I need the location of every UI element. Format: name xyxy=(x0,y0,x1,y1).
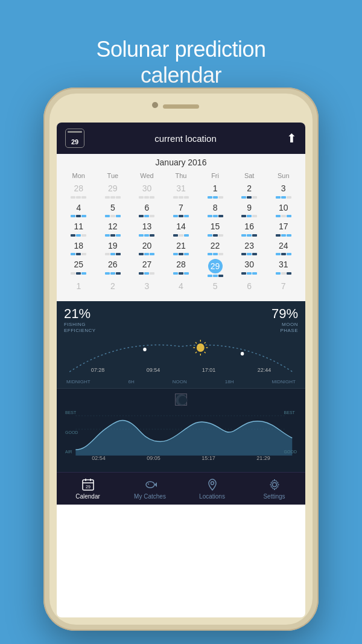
svg-line-5 xyxy=(195,342,197,343)
bottom-nav: 29 Calendar My Catches xyxy=(57,472,305,505)
cal-cell-7next[interactable]: 7 xyxy=(266,279,300,294)
cal-cell-29prev[interactable]: 29 xyxy=(96,182,130,200)
nav-label-settings: Settings xyxy=(263,493,285,500)
cal-cell-15[interactable]: 15 xyxy=(198,220,232,238)
screen: 29 current location ⬆ January 2016 Mon T… xyxy=(57,123,305,617)
time-axis-midnight-start: MIDNIGHT xyxy=(66,379,91,384)
cal-cell-25[interactable]: 25 xyxy=(62,258,96,278)
cal-cell-30[interactable]: 30 xyxy=(232,258,267,278)
location-nav-icon xyxy=(206,478,219,491)
time-axis-midnight-end: MIDNIGHT xyxy=(272,379,296,384)
cal-cell-26[interactable]: 26 xyxy=(96,258,130,278)
header-section: Solunar prediction calendar xyxy=(0,0,362,88)
calendar-week-1: 28 29 30 31 1 2 3 xyxy=(62,182,300,200)
peak-time-4: 21:29 xyxy=(256,455,270,461)
cal-cell-5next[interactable]: 5 xyxy=(198,279,232,294)
moon-percent: 79% xyxy=(272,306,298,322)
chart-label-good-left: GOOD xyxy=(65,430,78,435)
cal-cell-24[interactable]: 24 xyxy=(266,239,300,257)
cal-cell-1next[interactable]: 1 xyxy=(62,279,96,294)
time-axis-18h: 18h xyxy=(225,379,234,384)
phone-speaker xyxy=(163,104,199,109)
location-label: current location xyxy=(154,133,217,144)
cal-cell-21[interactable]: 21 xyxy=(164,239,198,257)
moon-phase-icon xyxy=(176,394,188,406)
svg-point-0 xyxy=(197,343,205,352)
cal-cell-31[interactable]: 31 xyxy=(266,258,300,278)
cal-cell-22[interactable]: 22 xyxy=(198,239,232,257)
cal-cell-6[interactable]: 6 xyxy=(130,201,164,219)
cal-cell-4[interactable]: 4 xyxy=(62,201,96,219)
cal-cell-18[interactable]: 18 xyxy=(62,239,96,257)
gear-nav-icon xyxy=(268,478,281,491)
share-icon[interactable]: ⬆ xyxy=(287,131,297,145)
phone-frame: 29 current location ⬆ January 2016 Mon T… xyxy=(43,88,319,631)
chart-label-best-right: BEST xyxy=(284,410,297,415)
nav-label-calendar: Calendar xyxy=(75,493,100,500)
nav-item-locations[interactable]: Locations xyxy=(181,473,243,505)
nav-label-locations: Locations xyxy=(199,493,225,500)
cal-cell-28prev[interactable]: 28 xyxy=(62,182,96,200)
cal-cell-2next[interactable]: 2 xyxy=(96,279,130,294)
cal-cell-5[interactable]: 5 xyxy=(96,201,130,219)
svg-point-23 xyxy=(272,482,276,486)
cal-cell-20[interactable]: 20 xyxy=(130,239,164,257)
calendar-header-row: Mon Tue Wed Thu Fri Sat Sun xyxy=(62,171,300,180)
cal-cell-19[interactable]: 19 xyxy=(96,239,130,257)
cal-cell-12[interactable]: 12 xyxy=(96,220,130,238)
svg-line-6 xyxy=(205,352,206,353)
calendar-section: January 2016 Mon Tue Wed Thu Fri Sat Sun xyxy=(57,154,305,301)
cal-cell-3next[interactable]: 3 xyxy=(130,279,164,294)
solunar-chart: BEST GOOD AIR BEST GOOD xyxy=(64,408,298,468)
time-axis-6h: 6h xyxy=(129,379,135,384)
cal-cell-8[interactable]: 8 xyxy=(198,201,232,219)
info-top-row: 21% FISHINGEFFICIENCY 79% MOONPHASE xyxy=(64,306,298,333)
cal-cell-4next[interactable]: 4 xyxy=(164,279,198,294)
cal-cell-11[interactable]: 11 xyxy=(62,220,96,238)
cal-cell-27[interactable]: 27 xyxy=(130,258,164,278)
cal-cell-9[interactable]: 9 xyxy=(232,201,267,219)
calendar-week-4: 18 19 20 21 22 23 24 xyxy=(62,239,300,257)
cal-cell-2[interactable]: 2 xyxy=(232,182,267,200)
svg-line-7 xyxy=(205,342,206,343)
cal-cell-14[interactable]: 14 xyxy=(164,220,198,238)
nav-item-calendar[interactable]: 29 Calendar xyxy=(57,473,119,505)
cal-cell-17[interactable]: 17 xyxy=(266,220,300,238)
cal-cell-1[interactable]: 1 xyxy=(198,182,232,200)
day-header-sat: Sat xyxy=(232,171,267,180)
efficiency-block: 21% FISHINGEFFICIENCY xyxy=(64,306,96,333)
svg-point-10 xyxy=(241,352,244,355)
day-header-mon: Mon xyxy=(62,171,96,180)
time-axis-noon: NOON xyxy=(173,379,187,384)
svg-point-22 xyxy=(211,482,214,485)
info-section: 21% FISHINGEFFICIENCY 79% MOONPHASE xyxy=(57,301,305,388)
cal-cell-30prev[interactable]: 30 xyxy=(130,182,164,200)
solunar-section: BEST GOOD AIR BEST GOOD xyxy=(57,389,305,472)
cal-cell-28[interactable]: 28 xyxy=(164,258,198,278)
cal-cell-7[interactable]: 7 xyxy=(164,201,198,219)
nav-item-catches[interactable]: My Catches xyxy=(119,473,181,505)
sun-time-3: 17:01 xyxy=(202,367,216,373)
calendar-week-5: 25 26 27 28 29 30 31 xyxy=(62,258,300,278)
cal-cell-31prev[interactable]: 31 xyxy=(164,182,198,200)
cal-cell-6next[interactable]: 6 xyxy=(232,279,267,294)
cal-cell-29-today[interactable]: 29 xyxy=(198,258,232,278)
cal-cell-10[interactable]: 10 xyxy=(266,201,300,219)
svg-text:29: 29 xyxy=(86,485,91,489)
chart-label-air-left: AIR xyxy=(65,450,78,454)
solunar-chart-svg xyxy=(64,408,298,456)
cal-cell-23[interactable]: 23 xyxy=(232,239,267,257)
calendar-month-year: January 2016 xyxy=(62,158,300,167)
calendar-icon-box[interactable]: 29 xyxy=(65,129,84,148)
peak-time-2: 09:05 xyxy=(147,455,160,461)
phone-inner: 29 current location ⬆ January 2016 Mon T… xyxy=(49,94,313,625)
cal-cell-13[interactable]: 13 xyxy=(130,220,164,238)
peak-time-1: 02:54 xyxy=(92,455,106,461)
cal-cell-3[interactable]: 3 xyxy=(266,182,300,200)
nav-item-settings[interactable]: Settings xyxy=(243,473,305,505)
svg-line-8 xyxy=(195,352,197,353)
cal-cell-16[interactable]: 16 xyxy=(232,220,267,238)
efficiency-label: FISHINGEFFICIENCY xyxy=(64,322,96,333)
calendar-icon-date: 29 xyxy=(71,139,78,145)
day-header-fri: Fri xyxy=(198,171,232,180)
